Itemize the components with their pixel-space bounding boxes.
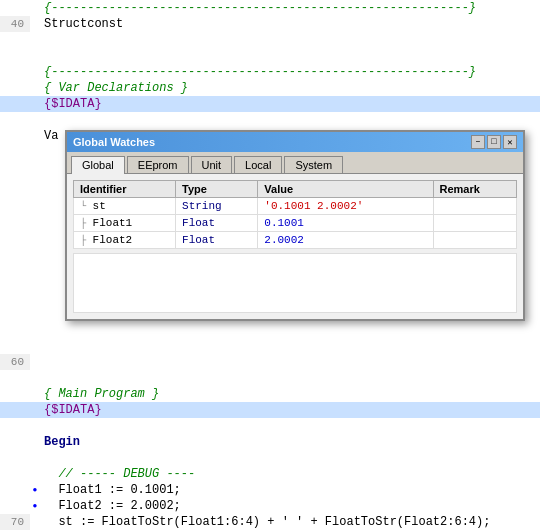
minimize-button[interactable]: –	[471, 135, 485, 149]
tree-icon: ├	[80, 218, 86, 229]
code-line	[0, 370, 540, 386]
code-line: ● Float2 := 2.0002;	[0, 498, 540, 514]
line-number: 60	[0, 354, 30, 370]
code-editor: {---------------------------------------…	[0, 0, 540, 530]
line-number: 40	[0, 16, 30, 32]
code-line: Begin	[0, 434, 540, 450]
watch-value: 2.0002	[258, 232, 433, 249]
code-line: 60	[0, 354, 540, 370]
code-line: {$IDATA}	[0, 402, 540, 418]
table-row: ├ Float2 Float 2.0002	[74, 232, 517, 249]
watch-remark	[433, 232, 516, 249]
line-content: Float1 := 0.1001;	[40, 482, 540, 498]
code-line	[0, 450, 540, 466]
dialog-titlebar: Global Watches – □ ✕	[67, 132, 523, 152]
watch-type: Float	[176, 215, 258, 232]
line-content: {$IDATA}	[40, 96, 540, 112]
code-line: { Main Program }	[0, 386, 540, 402]
tree-icon: ├	[80, 235, 86, 246]
line-content: {---------------------------------------…	[40, 0, 540, 16]
line-content: {---------------------------------------…	[40, 64, 540, 80]
code-line: {---------------------------------------…	[0, 0, 540, 16]
tab-unit[interactable]: Unit	[191, 156, 233, 173]
watch-identifier: ├ Float2	[74, 232, 176, 249]
close-button[interactable]: ✕	[503, 135, 517, 149]
line-content: // ----- DEBUG ----	[40, 466, 540, 482]
code-line: { Var Declarations }	[0, 80, 540, 96]
col-value: Value	[258, 181, 433, 198]
watch-identifier: ├ Float1	[74, 215, 176, 232]
table-row: └ st String '0.1001 2.0002'	[74, 198, 517, 215]
dialog-title: Global Watches	[73, 136, 155, 148]
line-content: { Var Declarations }	[40, 80, 540, 96]
table-row: ├ Float1 Float 0.1001	[74, 215, 517, 232]
line-content: { Main Program }	[40, 386, 540, 402]
tab-local[interactable]: Local	[234, 156, 282, 173]
line-number: 70	[0, 514, 30, 530]
line-dot: ●	[30, 498, 40, 514]
watch-empty-area	[73, 253, 517, 313]
tab-eeprom[interactable]: EEprom	[127, 156, 189, 173]
col-type: Type	[176, 181, 258, 198]
code-line	[0, 418, 540, 434]
code-line	[0, 32, 540, 48]
code-line: 40 Structconst	[0, 16, 540, 32]
watch-type: Float	[176, 232, 258, 249]
code-line	[0, 112, 540, 128]
line-content: Float2 := 2.0002;	[40, 498, 540, 514]
watch-remark	[433, 215, 516, 232]
watch-type: String	[176, 198, 258, 215]
global-watches-dialog[interactable]: Global Watches – □ ✕ Global EEprom Unit …	[65, 130, 525, 321]
watch-identifier: └ st	[74, 198, 176, 215]
watch-value: '0.1001 2.0002'	[258, 198, 433, 215]
line-dot: ●	[30, 482, 40, 498]
tree-icon: └	[80, 201, 86, 212]
watch-remark	[433, 198, 516, 215]
code-line	[0, 48, 540, 64]
code-line: ● Float1 := 0.1001;	[0, 482, 540, 498]
line-content: Structconst	[40, 16, 540, 32]
code-line: {$IDATA}	[0, 96, 540, 112]
tab-system[interactable]: System	[284, 156, 343, 173]
dialog-body: Identifier Type Value Remark └ st String…	[67, 174, 523, 319]
watch-value: 0.1001	[258, 215, 433, 232]
col-remark: Remark	[433, 181, 516, 198]
code-line: 70 st := FloatToStr(Float1:6:4) + ' ' + …	[0, 514, 540, 530]
dialog-controls: – □ ✕	[471, 135, 517, 149]
line-content: {$IDATA}	[40, 402, 540, 418]
line-content: st := FloatToStr(Float1:6:4) + ' ' + Flo…	[40, 514, 540, 530]
col-identifier: Identifier	[74, 181, 176, 198]
maximize-button[interactable]: □	[487, 135, 501, 149]
code-line: // ----- DEBUG ----	[0, 466, 540, 482]
dialog-tabs: Global EEprom Unit Local System	[67, 152, 523, 174]
watch-table: Identifier Type Value Remark └ st String…	[73, 180, 517, 249]
tab-global[interactable]: Global	[71, 156, 125, 174]
code-line: {---------------------------------------…	[0, 64, 540, 80]
line-content: Begin	[40, 434, 540, 450]
